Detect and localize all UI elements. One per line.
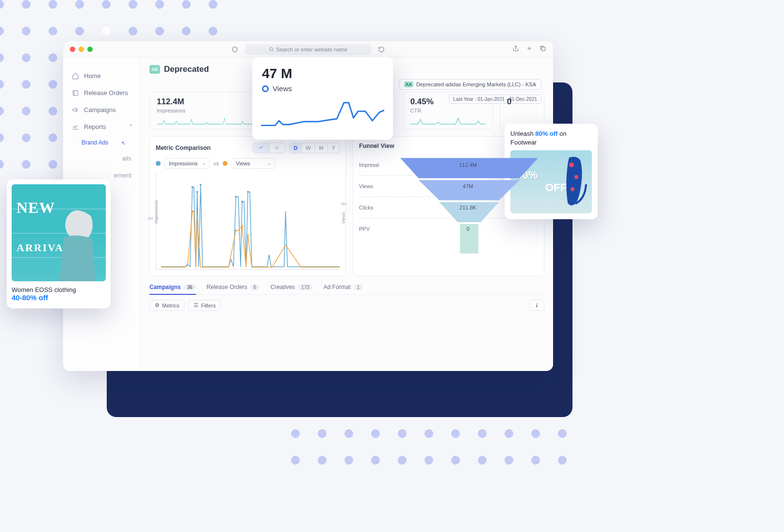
- shoe-illustration: [562, 155, 589, 209]
- funnel-view-panel: Funnel View Impressi 112.4M: [353, 136, 544, 276]
- metric-comparison-panel: Metric Comparison D W M Y: [149, 136, 346, 276]
- metric-comparison-chart: Impressions Views 2M 5M: [156, 173, 340, 270]
- svg-point-13: [247, 234, 249, 236]
- svg-point-20: [574, 175, 578, 179]
- metrics-button[interactable]: ⚙ Metrics: [149, 300, 184, 311]
- download-button[interactable]: ⤓: [529, 300, 544, 311]
- person-illustration: [49, 209, 103, 281]
- svg-point-0: [270, 48, 273, 50]
- window-close-button[interactable]: [70, 47, 75, 52]
- search-icon: [269, 47, 274, 52]
- svg-point-11: [235, 229, 237, 231]
- address-bar-placeholder: Search or enter website name: [276, 47, 347, 52]
- series-a-color-dot: [156, 161, 161, 166]
- promo-headline: Unleash 80% off on Footwear: [510, 129, 592, 146]
- tab-count: 173: [298, 284, 313, 290]
- metric-a-value: Impressions: [169, 161, 197, 166]
- time-m[interactable]: M: [315, 143, 327, 153]
- metric-b-value: Views: [236, 161, 250, 166]
- y-axis-left-label: Impressions: [154, 200, 159, 224]
- svg-rect-2: [73, 91, 78, 96]
- sidebar-item-label: Campaigns: [84, 106, 116, 113]
- sidebar-item-truncated[interactable]: ails: [63, 150, 140, 167]
- org-selector[interactable]: AA Deprecated adidas Emerging Markets (L…: [399, 79, 541, 90]
- funnel-stage-value: 47M: [463, 183, 473, 189]
- svg-point-12: [241, 225, 243, 226]
- tabs-overview-button[interactable]: [539, 45, 546, 53]
- tab-label: Campaigns: [149, 284, 181, 290]
- window-minimize-button[interactable]: [79, 47, 84, 52]
- filters-button[interactable]: ☰ Filters: [188, 300, 221, 311]
- promo-title: Women EOSS clothing: [12, 286, 106, 293]
- kpi-value: 0.45%: [410, 97, 486, 107]
- page-title-text: Deprecated: [164, 64, 209, 74]
- svg-point-4: [196, 191, 198, 193]
- series-b-color-dot: [223, 161, 228, 166]
- bar-chart-icon: [274, 145, 280, 150]
- promo-head-a: Unleash: [510, 130, 535, 137]
- gear-icon: ⚙: [155, 302, 160, 308]
- tab-label: Release Orders: [207, 284, 247, 290]
- funnel-stage-label: Impressi: [359, 162, 398, 168]
- chart-line-icon: [72, 123, 79, 130]
- kpi-card-ctr[interactable]: 0.45% CTR: [403, 92, 493, 129]
- tab-campaigns[interactable]: Campaigns 36: [149, 284, 196, 295]
- y-axis-right-tick: 5M: [341, 202, 346, 206]
- ad-badge: AD: [149, 65, 160, 74]
- sidebar-sub-brand-ads[interactable]: Brand Ads ↖: [63, 135, 140, 150]
- svg-point-8: [247, 191, 249, 193]
- svg-point-3: [192, 186, 194, 188]
- data-tabs: Campaigns 36 Release Orders 6 Creatives …: [149, 284, 544, 295]
- panel-title: Metric Comparison: [156, 145, 211, 151]
- funnel-stage-label: PPV: [359, 226, 398, 232]
- controls-row: ⚙ Metrics ☰ Filters ⤓: [149, 300, 544, 311]
- line-chart-toggle[interactable]: [253, 143, 269, 153]
- tab-creatives[interactable]: Creatives 173: [270, 284, 312, 290]
- sidebar-item-reports[interactable]: Reports ⌃: [63, 118, 140, 135]
- sidebar-item-label: Release Orders: [84, 89, 128, 97]
- time-y[interactable]: Y: [328, 143, 339, 153]
- views-sparkline: [261, 98, 384, 132]
- sidebar-item-label: Reports: [84, 123, 106, 130]
- traffic-lights: [70, 47, 93, 52]
- funnel-stage-value: 211.8K: [459, 205, 476, 210]
- new-tab-button[interactable]: [526, 45, 533, 53]
- sidebar-item-campaigns[interactable]: Campaigns: [63, 101, 140, 118]
- address-bar[interactable]: Search or enter website name: [245, 44, 371, 55]
- svg-point-7: [241, 201, 243, 203]
- time-w[interactable]: W: [302, 143, 315, 153]
- cursor-icon: ↖: [121, 140, 126, 146]
- line-chart-icon: [258, 145, 264, 150]
- svg-point-19: [569, 162, 574, 167]
- y-axis-right-label: Views: [341, 212, 346, 224]
- tab-ad-format[interactable]: Ad Format 1: [324, 284, 363, 290]
- panel-title: Funnel View: [359, 143, 394, 149]
- promo-image: NEW ARRIVAL: [12, 184, 106, 281]
- orders-icon: [72, 89, 79, 97]
- tab-count: 1: [354, 284, 363, 290]
- metric-a-select[interactable]: Impressions: [164, 158, 210, 169]
- refresh-button[interactable]: [378, 46, 385, 53]
- kpi-label: CTR: [410, 108, 486, 113]
- bar-chart-toggle[interactable]: [269, 143, 285, 153]
- promo-head-accent: 80% off: [535, 130, 557, 137]
- views-series-marker: [262, 85, 269, 92]
- page-title: AD Deprecated: [149, 64, 209, 74]
- share-button[interactable]: [512, 45, 519, 53]
- time-d[interactable]: D: [290, 143, 302, 153]
- sidebar-item-release-orders[interactable]: Release Orders: [63, 84, 140, 101]
- time-granularity-toggle: D W M Y: [289, 143, 340, 153]
- vs-label: vs: [213, 161, 219, 166]
- svg-point-5: [200, 184, 202, 186]
- svg-marker-14: [400, 158, 538, 178]
- tab-release-orders[interactable]: Release Orders 6: [207, 284, 260, 290]
- views-summary-card: 47 M Views: [252, 57, 393, 140]
- metric-b-select[interactable]: Views: [231, 158, 275, 169]
- window-maximize-button[interactable]: [87, 47, 93, 52]
- promo-card-women-eoss[interactable]: NEW ARRIVAL Women EOSS clothing 40-80% o…: [7, 179, 111, 308]
- sidebar-item-home[interactable]: Home: [63, 67, 140, 84]
- svg-point-6: [235, 196, 237, 198]
- metrics-label: Metrics: [162, 303, 179, 308]
- views-label: Views: [273, 84, 292, 93]
- download-icon: ⤓: [535, 302, 539, 308]
